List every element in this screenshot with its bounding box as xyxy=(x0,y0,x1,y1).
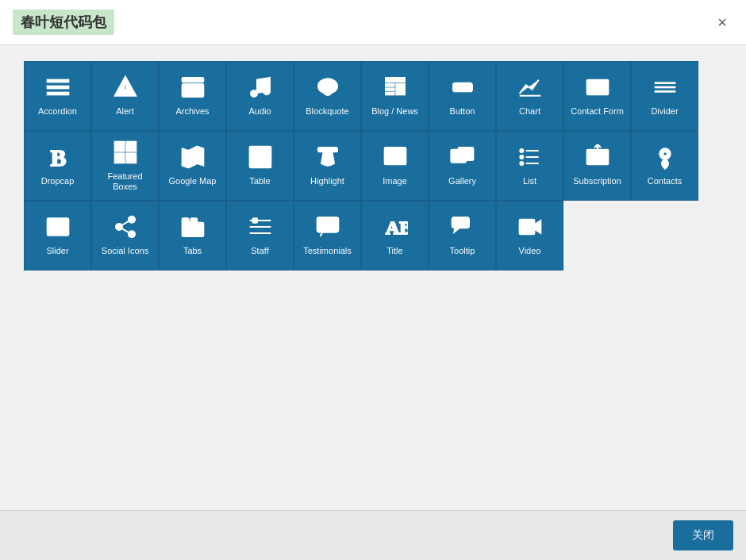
svg-point-57 xyxy=(129,217,135,223)
video-icon xyxy=(517,214,543,246)
svg-rect-68 xyxy=(252,219,256,223)
image-label: Image xyxy=(379,176,410,186)
icon-item-title[interactable]: ABC Title xyxy=(361,201,429,270)
svg-text:B: B xyxy=(50,145,66,170)
button-label: Button xyxy=(447,106,479,117)
slider-label: Slider xyxy=(43,246,71,256)
icon-item-divider[interactable]: Divider xyxy=(631,61,698,131)
svg-rect-73 xyxy=(452,217,468,228)
icon-item-staff[interactable]: Staff xyxy=(226,201,294,270)
icon-item-list[interactable]: List xyxy=(496,131,563,201)
table-icon xyxy=(248,144,273,176)
table-label: Table xyxy=(246,176,273,186)
accordion-icon xyxy=(45,75,71,106)
svg-line-60 xyxy=(121,228,129,232)
icon-item-audio[interactable]: Audio xyxy=(226,61,294,131)
dropcap-label: Dropcap xyxy=(38,176,78,186)
icon-item-contact-form[interactable]: Contact Form xyxy=(563,61,631,131)
blockquote-icon xyxy=(315,75,340,106)
social-icons-label: Social Icons xyxy=(98,246,152,256)
gallery-label: Gallery xyxy=(445,176,479,186)
close-footer-button[interactable]: 关闭 xyxy=(673,520,733,550)
svg-line-61 xyxy=(121,221,129,225)
icon-item-accordion[interactable]: Accordion xyxy=(24,61,91,131)
svg-rect-1 xyxy=(47,86,68,89)
contacts-icon xyxy=(652,144,678,176)
highlight-icon xyxy=(315,144,340,176)
icon-item-featured-boxes[interactable]: Featured Boxes xyxy=(91,131,159,201)
icon-item-image[interactable]: Image xyxy=(361,131,429,201)
modal-body: Accordion Alert Archives Audio Blockquot… xyxy=(0,45,746,510)
blog-news-icon xyxy=(383,75,408,106)
icon-item-testimonials[interactable]: Testimonials xyxy=(294,201,361,270)
svg-rect-27 xyxy=(126,153,136,163)
svg-rect-76 xyxy=(519,220,534,235)
modal-title: 春叶短代码包 xyxy=(13,10,114,35)
svg-rect-16 xyxy=(396,84,405,94)
alert-icon xyxy=(113,75,138,106)
tooltip-label: Tooltip xyxy=(447,246,479,256)
svg-rect-64 xyxy=(190,219,197,224)
icon-grid: Accordion Alert Archives Audio Blockquot… xyxy=(24,61,722,270)
svg-rect-4 xyxy=(124,84,126,90)
icon-item-button[interactable]: Button xyxy=(429,61,496,131)
svg-rect-17 xyxy=(453,83,472,92)
google-map-label: Google Map xyxy=(166,176,220,186)
icon-item-dropcap[interactable]: B Dropcap xyxy=(24,131,91,201)
tabs-icon xyxy=(180,214,206,246)
icon-item-google-map[interactable]: Google Map xyxy=(159,131,226,201)
featured-boxes-label: Featured Boxes xyxy=(92,171,158,192)
archives-icon xyxy=(180,75,206,106)
blockquote-label: Blockquote xyxy=(302,106,352,117)
svg-rect-13 xyxy=(386,84,394,86)
icon-item-gallery[interactable]: Gallery xyxy=(429,131,496,201)
contact-form-label: Contact Form xyxy=(567,106,627,117)
accordion-label: Accordion xyxy=(35,106,80,117)
icon-item-archives[interactable]: Archives xyxy=(159,61,226,131)
icon-item-social-icons[interactable]: Social Icons xyxy=(91,201,159,270)
svg-rect-5 xyxy=(124,93,126,95)
divider-icon xyxy=(652,75,678,106)
title-icon: ABC xyxy=(383,214,408,246)
icon-item-blog-news[interactable]: Blog / News xyxy=(361,61,429,131)
video-label: Video xyxy=(516,246,544,256)
svg-point-11 xyxy=(318,79,337,94)
icon-item-table[interactable]: Table xyxy=(226,131,294,201)
list-icon xyxy=(517,144,543,176)
title-label: Title xyxy=(383,246,406,256)
staff-label: Staff xyxy=(248,246,271,256)
testimonials-icon xyxy=(315,214,340,246)
svg-point-52 xyxy=(663,152,667,156)
subscription-label: Subscription xyxy=(570,176,625,186)
google-map-icon xyxy=(180,144,206,176)
icon-item-highlight[interactable]: Highlight xyxy=(294,131,361,201)
icon-item-blockquote[interactable]: Blockquote xyxy=(294,61,361,131)
gallery-icon xyxy=(450,144,475,176)
svg-rect-25 xyxy=(126,141,136,151)
icon-item-video[interactable]: Video xyxy=(496,201,563,270)
icon-item-subscription[interactable]: Subscription xyxy=(563,131,631,201)
testimonials-label: Testimonials xyxy=(300,246,355,256)
svg-marker-28 xyxy=(182,147,203,168)
svg-rect-26 xyxy=(114,153,124,163)
icon-item-chart[interactable]: Chart xyxy=(496,61,563,131)
svg-rect-42 xyxy=(460,149,472,159)
svg-rect-15 xyxy=(386,93,394,95)
staff-icon xyxy=(248,214,273,246)
contacts-label: Contacts xyxy=(644,176,685,186)
svg-point-10 xyxy=(263,89,270,95)
close-button-top[interactable]: × xyxy=(711,10,733,35)
icon-item-contacts[interactable]: Contacts xyxy=(631,131,698,201)
svg-rect-63 xyxy=(182,219,188,224)
icon-item-slider[interactable]: Slider xyxy=(24,201,91,270)
svg-point-9 xyxy=(251,90,257,97)
svg-rect-6 xyxy=(182,78,203,82)
alert-label: Alert xyxy=(113,106,137,117)
svg-rect-12 xyxy=(386,78,405,82)
audio-label: Audio xyxy=(245,106,274,117)
svg-marker-77 xyxy=(534,221,540,233)
icon-item-tabs[interactable]: Tabs xyxy=(159,201,226,270)
icon-item-alert[interactable]: Alert xyxy=(91,61,159,131)
icon-item-tooltip[interactable]: Tooltip xyxy=(429,201,496,270)
image-icon xyxy=(383,144,408,176)
